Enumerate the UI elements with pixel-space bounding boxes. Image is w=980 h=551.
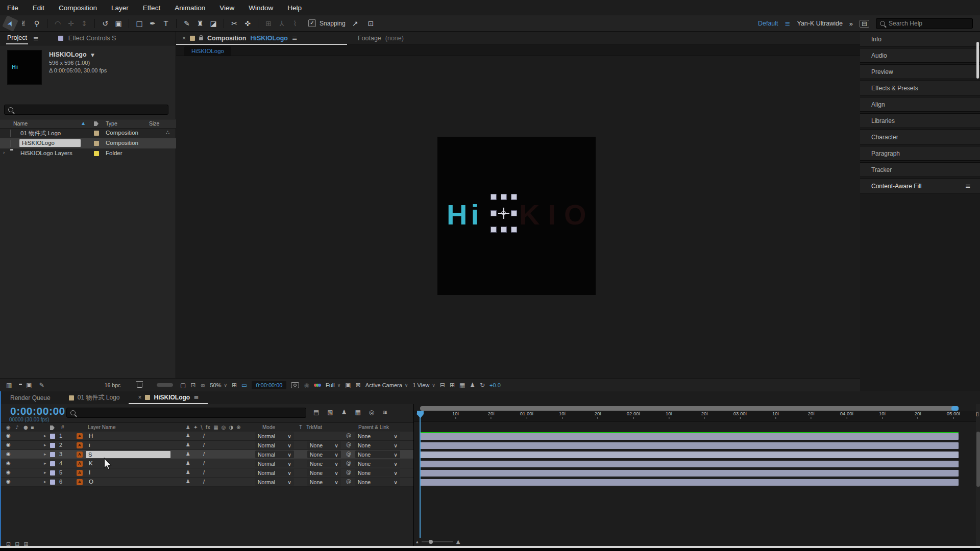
work-area-end-handle[interactable] bbox=[951, 406, 959, 411]
layer-row-O[interactable]: ◉▸6AO♟/Normal∨None∨@None∨ bbox=[1, 478, 413, 487]
clone-stamp-tool[interactable]: ♜ bbox=[194, 17, 206, 30]
snap-to-features-icon[interactable]: ↗ bbox=[349, 17, 361, 30]
layer-color-swatch[interactable] bbox=[50, 452, 55, 457]
timeline-search-input[interactable] bbox=[66, 408, 306, 418]
parent-dropdown[interactable]: None∨ bbox=[355, 432, 400, 440]
sidebar-panel-character[interactable]: Character bbox=[860, 130, 980, 144]
snapping-checkbox[interactable]: ✓ bbox=[308, 19, 316, 27]
layer-track-row[interactable] bbox=[414, 450, 976, 459]
quality-toggle[interactable]: / bbox=[203, 479, 205, 485]
viewer-subtab-hiskiologo[interactable]: HiSKIOLogo bbox=[184, 46, 231, 56]
exposure-value[interactable]: +0.0 bbox=[489, 382, 501, 388]
layer-row-H[interactable]: ◉▸1AH♟/Normal∨@None∨ bbox=[1, 432, 413, 441]
magnification-dropdown[interactable]: 50%∨ bbox=[210, 382, 227, 388]
layer-track-row[interactable] bbox=[414, 441, 976, 450]
close-tab-icon[interactable]: × bbox=[182, 35, 186, 42]
trkmat-dropdown[interactable]: None∨ bbox=[307, 450, 341, 458]
label-swatch[interactable] bbox=[94, 141, 99, 146]
viewer-panel-menu-icon[interactable]: ≡ bbox=[292, 34, 298, 42]
shy-toggle[interactable]: ♟ bbox=[186, 460, 190, 466]
snap-expand-boundaries-icon[interactable]: ⊡ bbox=[365, 17, 377, 30]
eraser-tool[interactable]: ◪ bbox=[207, 17, 219, 30]
menu-file[interactable]: File bbox=[7, 4, 18, 12]
layer-duration-bar[interactable] bbox=[420, 452, 959, 458]
sidebar-panel-align[interactable]: Align bbox=[860, 97, 980, 112]
quality-toggle[interactable]: / bbox=[203, 469, 205, 475]
layer-expand-chevron[interactable]: ▸ bbox=[44, 433, 46, 438]
project-item-name[interactable]: HiSKIOLogo Layers bbox=[20, 150, 72, 156]
rectangle-tool[interactable]: □ bbox=[133, 17, 145, 30]
selection-bounding-box[interactable] bbox=[491, 194, 517, 233]
tab-project[interactable]: Project bbox=[6, 32, 28, 44]
column-name[interactable]: Name bbox=[13, 120, 28, 127]
hand-tool[interactable]: ✌ bbox=[17, 17, 30, 30]
motion-blur-icon[interactable]: ◎ bbox=[369, 409, 374, 416]
sidebar-scrollbar-thumb[interactable] bbox=[976, 42, 979, 79]
layer-expand-chevron[interactable]: ▸ bbox=[44, 479, 46, 484]
workspace-bar-icon[interactable]: ⊟ bbox=[860, 20, 869, 28]
handle-bottom-middle[interactable] bbox=[501, 227, 507, 233]
layer-color-swatch[interactable] bbox=[50, 443, 55, 448]
trash-icon[interactable] bbox=[137, 383, 142, 388]
menu-effect[interactable]: Effect bbox=[143, 4, 160, 12]
project-item-row[interactable]: 01 物件式 LogoComposition∴ bbox=[0, 128, 176, 138]
sidebar-panel-paragraph[interactable]: Paragraph bbox=[860, 146, 980, 161]
column-layer-name[interactable]: Layer Name bbox=[88, 424, 115, 430]
layer-expand-chevron[interactable]: ▸ bbox=[44, 470, 46, 475]
safe-margins-icon[interactable]: ⊞ bbox=[232, 382, 237, 389]
handle-top-middle[interactable] bbox=[501, 194, 507, 200]
column-size[interactable]: Size bbox=[149, 120, 159, 127]
3d-view-dropdown[interactable]: Active Camera∨ bbox=[365, 382, 408, 388]
layer-duration-bar[interactable] bbox=[420, 479, 959, 486]
fast-previews-icon[interactable]: ▣ bbox=[345, 382, 351, 389]
menu-window[interactable]: Window bbox=[249, 4, 273, 12]
graph-editor-icon[interactable]: ≋ bbox=[382, 409, 387, 416]
reset-exposure-icon[interactable]: ↻ bbox=[480, 382, 485, 389]
workspace-overflow-chevrons[interactable]: » bbox=[849, 20, 853, 28]
sort-ascending-icon[interactable]: ▲ bbox=[82, 121, 85, 126]
always-preview-icon[interactable]: ▢ bbox=[180, 382, 186, 389]
column-type[interactable]: Type bbox=[106, 120, 117, 127]
eye-icon[interactable]: ◉ bbox=[6, 433, 11, 438]
dolly-camera-tool[interactable]: ↕ bbox=[78, 17, 90, 30]
layer-color-swatch[interactable] bbox=[50, 461, 55, 466]
local-axis-mode-icon[interactable]: ⊞ bbox=[262, 17, 275, 30]
zoom-out-mountain-icon[interactable]: ▲ bbox=[416, 540, 419, 543]
quality-toggle[interactable]: / bbox=[203, 460, 205, 466]
resolution-dropdown[interactable]: Full∨ bbox=[326, 382, 340, 388]
label-swatch[interactable] bbox=[94, 151, 99, 156]
column-mode[interactable]: Mode bbox=[262, 424, 275, 430]
playhead-line[interactable] bbox=[420, 418, 421, 538]
handle-bottom-right[interactable] bbox=[511, 227, 517, 233]
parent-dropdown[interactable]: None∨ bbox=[355, 450, 400, 458]
timeline-track-area[interactable]: ◧ 00f10f20f01:00f10f20f02:00f10f20f03:00… bbox=[413, 404, 976, 551]
layer-row-I[interactable]: ◉▸5AI♟/Normal∨None∨@None∨ bbox=[1, 468, 413, 478]
show-channel-icon[interactable] bbox=[314, 384, 321, 387]
hide-shy-layers-icon[interactable]: ♟ bbox=[341, 409, 347, 416]
handle-middle-right[interactable] bbox=[511, 210, 517, 216]
layer-row-K[interactable]: ◉▸4AK♟/Normal∨None∨@None∨ bbox=[1, 459, 413, 468]
project-panel-menu-icon[interactable]: ≡ bbox=[33, 35, 39, 42]
zoom-tool[interactable]: ⚲ bbox=[31, 17, 43, 30]
layer-name[interactable]: H bbox=[89, 433, 93, 439]
orbit-camera-tool[interactable]: ◠ bbox=[52, 17, 64, 30]
pan-camera-tool[interactable]: ✛ bbox=[65, 17, 77, 30]
workspace-name[interactable]: Yan-K Ultrawide bbox=[797, 20, 842, 27]
tab-footage[interactable]: Footage bbox=[358, 35, 381, 42]
stereo-3d-glasses-icon[interactable]: ∞ bbox=[200, 382, 205, 389]
current-timecode[interactable]: 0:00:00:00 bbox=[10, 405, 65, 417]
blend-mode-dropdown[interactable]: Normal∨ bbox=[255, 469, 294, 477]
project-hscrollbar-thumb[interactable] bbox=[157, 383, 173, 387]
pickwhip-icon[interactable]: @ bbox=[346, 479, 351, 484]
selection-tool[interactable]: ➤ bbox=[2, 15, 18, 32]
eye-icon[interactable]: ◉ bbox=[6, 479, 11, 484]
close-tab-icon[interactable]: × bbox=[138, 394, 141, 401]
draft-3d-icon[interactable]: ▧ bbox=[327, 409, 333, 416]
viewer-timecode[interactable]: 0:00:00:00 bbox=[252, 381, 286, 389]
parent-dropdown[interactable]: None∨ bbox=[355, 460, 400, 467]
panel-menu-icon[interactable]: ≡ bbox=[965, 182, 971, 190]
timeline-tab-comp-2[interactable]: ×HiSKIOLogo≡ bbox=[129, 391, 208, 404]
menu-layer[interactable]: Layer bbox=[111, 4, 129, 12]
pickwhip-icon[interactable]: @ bbox=[346, 469, 351, 475]
toggle-mask-visibility-icon[interactable]: ⊟ bbox=[440, 382, 445, 389]
